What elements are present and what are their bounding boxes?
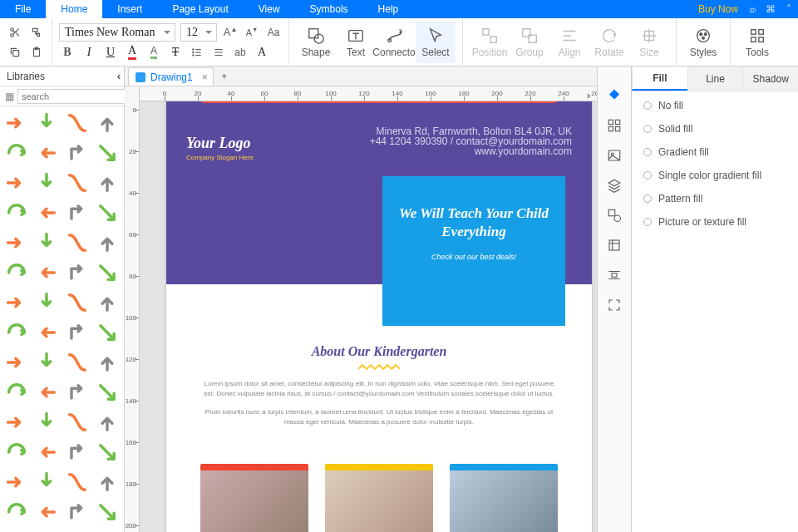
menu-help[interactable]: Help xyxy=(363,0,414,18)
collapse-ribbon-icon[interactable]: ˄ xyxy=(780,0,798,18)
underline-button[interactable]: U xyxy=(102,44,119,61)
library-arrow-shape[interactable] xyxy=(2,378,31,406)
library-picker-icon[interactable]: ▦ xyxy=(5,91,14,102)
library-arrow-shape[interactable] xyxy=(32,408,61,436)
increase-font-button[interactable]: A▲ xyxy=(222,24,239,41)
font-color-button[interactable]: A xyxy=(124,44,140,61)
library-arrow-shape[interactable] xyxy=(32,259,61,287)
library-arrow-shape[interactable] xyxy=(93,498,121,526)
new-tab-button[interactable]: + xyxy=(215,67,234,86)
fill-option[interactable]: Gradient fill xyxy=(643,146,786,158)
library-arrow-shape[interactable] xyxy=(63,468,91,496)
library-arrow-shape[interactable] xyxy=(63,199,91,227)
library-arrow-shape[interactable] xyxy=(2,408,31,436)
shapes-tool-icon[interactable] xyxy=(605,206,623,224)
library-arrow-shape[interactable] xyxy=(32,468,61,496)
library-arrow-shape[interactable] xyxy=(2,288,31,317)
library-arrow-shape[interactable] xyxy=(93,318,121,347)
tab-fill[interactable]: Fill xyxy=(632,66,687,91)
library-arrow-shape[interactable] xyxy=(63,408,91,436)
document-tab[interactable]: Drawing1× xyxy=(128,67,214,86)
library-arrow-shape[interactable] xyxy=(32,169,61,197)
text-align-button[interactable]: A xyxy=(254,44,270,61)
about-paragraph-1[interactable]: Lorem ipsum dolor sit amet, consectetur … xyxy=(200,379,559,399)
close-tab-icon[interactable]: × xyxy=(202,71,208,83)
format-painter-button[interactable] xyxy=(28,24,45,41)
library-arrow-shape[interactable] xyxy=(32,318,61,347)
library-arrow-shape[interactable] xyxy=(93,199,121,227)
library-arrow-shape[interactable] xyxy=(93,288,121,317)
resize-tool-icon[interactable] xyxy=(605,236,623,254)
font-family-select[interactable]: Times New Roman xyxy=(59,23,175,42)
menu-home[interactable]: Home xyxy=(46,0,102,18)
library-arrow-shape[interactable] xyxy=(63,318,91,347)
shape-button[interactable]: Shape xyxy=(296,22,336,63)
tools-button[interactable]: Tools xyxy=(737,22,777,63)
menu-symbols[interactable]: Symbols xyxy=(295,0,363,18)
menu-page-layout[interactable]: Page Layout xyxy=(157,0,243,18)
library-arrow-shape[interactable] xyxy=(32,378,61,406)
library-arrow-shape[interactable] xyxy=(2,438,31,466)
library-arrow-shape[interactable] xyxy=(93,378,121,406)
library-arrow-shape[interactable] xyxy=(63,259,91,287)
library-arrow-shape[interactable] xyxy=(32,438,61,466)
library-arrow-shape[interactable] xyxy=(2,259,31,287)
expand-right-panel-icon[interactable]: ›› xyxy=(580,89,594,102)
fill-option[interactable]: Pattern fill xyxy=(643,193,786,204)
tab-line[interactable]: Line xyxy=(687,66,743,91)
library-arrow-shape[interactable] xyxy=(2,468,31,496)
photo-card[interactable] xyxy=(325,464,433,532)
grid-tool-icon[interactable] xyxy=(605,116,623,135)
font-size-select[interactable]: 12 xyxy=(180,23,217,42)
text-button[interactable]: Text xyxy=(336,22,376,63)
contact-block[interactable]: Minerva Rd, Farnworth, Bolton BL4 0JR, U… xyxy=(370,126,572,156)
highlight-button[interactable]: A xyxy=(145,44,162,61)
library-arrow-shape[interactable] xyxy=(32,109,61,137)
decrease-font-button[interactable]: A▼ xyxy=(244,24,260,41)
library-arrow-shape[interactable] xyxy=(63,498,91,526)
apps-icon[interactable]: ⌘ xyxy=(761,0,780,18)
hero-card[interactable]: We Will Teach Your Child Everything Chec… xyxy=(382,176,565,326)
italic-button[interactable]: I xyxy=(81,44,97,61)
strikethrough-button[interactable]: T xyxy=(167,44,184,61)
library-arrow-shape[interactable] xyxy=(63,438,91,466)
library-arrow-shape[interactable] xyxy=(63,378,91,406)
canvas[interactable]: Your Logo Company Slogan Here Minerva Rd… xyxy=(140,101,597,532)
connector-button[interactable]: Connector xyxy=(376,22,416,63)
fill-option[interactable]: Solid fill xyxy=(643,123,786,135)
cut-button[interactable] xyxy=(7,24,23,41)
tab-shadow[interactable]: Shadow xyxy=(742,66,798,91)
fill-option[interactable]: Picture or texture fill xyxy=(643,216,786,228)
library-arrow-shape[interactable] xyxy=(32,348,61,377)
library-arrow-shape[interactable] xyxy=(2,199,31,227)
clear-format-button[interactable]: ab xyxy=(232,44,249,61)
copy-button[interactable] xyxy=(7,44,23,61)
library-arrow-shape[interactable] xyxy=(32,139,61,167)
library-arrow-shape[interactable] xyxy=(93,109,121,137)
library-arrow-shape[interactable] xyxy=(2,109,31,137)
select-button[interactable]: Select xyxy=(416,22,456,63)
change-case-button[interactable]: Aa xyxy=(265,24,282,41)
library-arrow-shape[interactable] xyxy=(2,498,31,526)
library-arrow-shape[interactable] xyxy=(93,259,121,287)
bold-button[interactable]: B xyxy=(59,44,76,61)
paste-button[interactable] xyxy=(28,44,45,61)
library-arrow-shape[interactable] xyxy=(93,438,121,466)
fill-option[interactable]: Single color gradient fill xyxy=(643,170,786,181)
bullets-button[interactable] xyxy=(189,44,205,61)
fill-option[interactable]: No fill xyxy=(643,100,786,111)
menu-file[interactable]: File xyxy=(0,0,46,18)
fill-tool-icon[interactable] xyxy=(605,86,623,105)
library-arrow-shape[interactable] xyxy=(2,318,31,347)
library-arrow-shape[interactable] xyxy=(93,348,121,377)
about-paragraph-2[interactable]: Proin lobortis nunc a turpis interdum, a… xyxy=(200,407,559,427)
library-arrow-shape[interactable] xyxy=(32,288,61,317)
layers-tool-icon[interactable] xyxy=(605,176,623,195)
photo-card[interactable] xyxy=(200,464,308,532)
library-arrow-shape[interactable] xyxy=(63,109,91,137)
about-title[interactable]: About Our Kindergarten xyxy=(200,344,559,359)
library-arrow-shape[interactable] xyxy=(93,139,121,167)
tshirt-icon[interactable]: ⎄ xyxy=(743,0,761,18)
library-arrow-shape[interactable] xyxy=(63,139,91,167)
library-arrow-shape[interactable] xyxy=(2,169,31,197)
